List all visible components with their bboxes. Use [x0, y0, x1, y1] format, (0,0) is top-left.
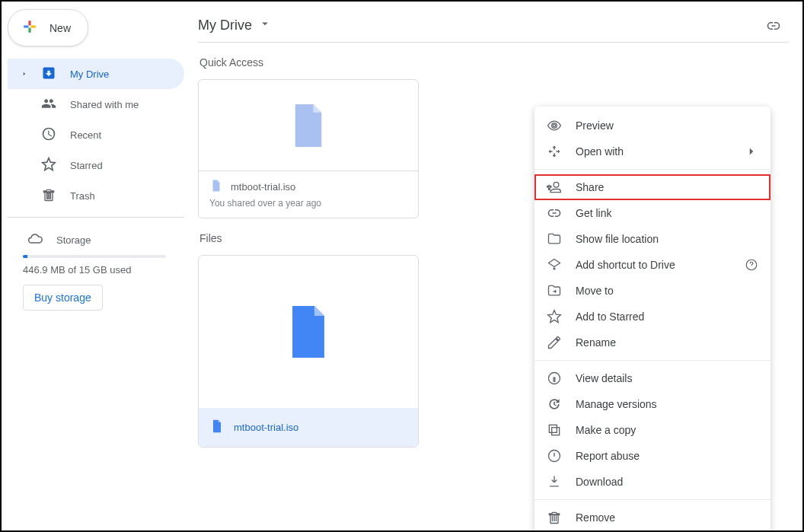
sidebar-item-recent[interactable]: Recent	[8, 119, 184, 150]
breadcrumb-label: My Drive	[198, 18, 252, 33]
folder-icon	[547, 231, 562, 247]
person-add-icon	[547, 180, 562, 195]
file-name: mtboot-trial.iso	[234, 422, 298, 433]
file-thumbnail	[199, 256, 418, 408]
expand-caret-icon[interactable]	[21, 70, 27, 78]
star-icon	[547, 309, 562, 324]
ctx-share[interactable]: Share	[534, 174, 770, 200]
storage-bar	[8, 252, 184, 258]
shared-icon	[41, 96, 56, 113]
context-menu: Preview Open with Share Get link Show fi…	[534, 107, 770, 532]
qa-subtext: You shared over a year ago	[209, 198, 407, 209]
trash-icon	[547, 510, 562, 525]
ctx-get-link[interactable]: Get link	[534, 200, 770, 226]
buy-storage-button[interactable]: Buy storage	[23, 285, 103, 311]
svg-rect-3	[549, 425, 557, 432]
sidebar-item-label: Shared with me	[70, 99, 139, 110]
sidebar-item-starred[interactable]: Starred	[8, 150, 184, 180]
get-link-toolbar-button[interactable]	[758, 11, 789, 41]
qa-file-name: mtboot-trial.iso	[231, 181, 295, 193]
ctx-make-copy[interactable]: Make a copy	[534, 417, 770, 443]
new-button[interactable]: New	[8, 9, 88, 46]
ctx-add-starred[interactable]: Add to Starred	[534, 304, 770, 330]
copy-icon	[547, 422, 562, 438]
ctx-move-to[interactable]: Move to	[534, 278, 770, 304]
plus-icon	[19, 16, 40, 40]
ctx-download[interactable]: Download	[534, 469, 770, 495]
move-icon	[547, 283, 562, 298]
ctx-add-shortcut[interactable]: Add shortcut to Drive	[534, 252, 770, 278]
download-icon	[547, 474, 562, 489]
open-with-icon	[547, 144, 562, 159]
sidebar-item-label: Recent	[70, 129, 101, 141]
trash-icon	[41, 187, 56, 205]
quick-access-card[interactable]: mtboot-trial.iso You shared over a year …	[198, 79, 419, 218]
alert-icon	[547, 448, 562, 464]
sidebar-item-label: My Drive	[70, 68, 109, 80]
history-icon	[547, 397, 562, 412]
sidebar-item-shared[interactable]: Shared with me	[8, 89, 184, 119]
storage-label: Storage	[56, 234, 91, 246]
recent-icon	[41, 126, 56, 144]
shortcut-icon	[547, 257, 562, 272]
sidebar-item-my-drive[interactable]: My Drive	[8, 59, 184, 89]
chevron-right-icon	[745, 145, 758, 158]
sidebar-item-trash[interactable]: Trash	[8, 180, 184, 211]
storage-usage-text: 446.9 MB of 15 GB used	[8, 258, 184, 285]
file-type-icon	[209, 179, 223, 195]
star-icon	[41, 157, 56, 174]
ctx-rename[interactable]: Rename	[534, 330, 770, 355]
my-drive-icon	[41, 65, 56, 83]
quick-access-heading: Quick Access	[199, 56, 789, 68]
svg-rect-2	[552, 428, 560, 435]
ctx-open-with[interactable]: Open with	[534, 139, 770, 164]
sidebar-item-label: Starred	[70, 160, 103, 171]
help-icon[interactable]	[745, 258, 758, 272]
divider	[8, 217, 184, 218]
ctx-preview[interactable]: Preview	[534, 113, 770, 139]
eye-icon	[547, 118, 562, 133]
file-thumbnail	[199, 80, 418, 171]
sidebar-item-storage[interactable]: Storage	[8, 224, 184, 252]
info-icon	[547, 371, 562, 386]
breadcrumb[interactable]: My Drive	[198, 17, 272, 34]
ctx-view-details[interactable]: View details	[534, 365, 770, 391]
new-button-label: New	[49, 22, 71, 34]
ctx-show-location[interactable]: Show file location	[534, 226, 770, 252]
link-icon	[547, 205, 562, 221]
file-card[interactable]: mtboot-trial.iso	[198, 255, 419, 448]
ctx-report-abuse[interactable]: Report abuse	[534, 443, 770, 469]
ctx-manage-versions[interactable]: Manage versions	[534, 391, 770, 417]
dropdown-caret-icon	[258, 17, 272, 34]
pencil-icon	[547, 335, 562, 350]
file-type-icon	[209, 419, 225, 436]
sidebar-item-label: Trash	[70, 190, 95, 202]
ctx-remove[interactable]: Remove	[534, 505, 770, 530]
svg-point-1	[549, 373, 560, 384]
cloud-icon	[27, 231, 43, 249]
